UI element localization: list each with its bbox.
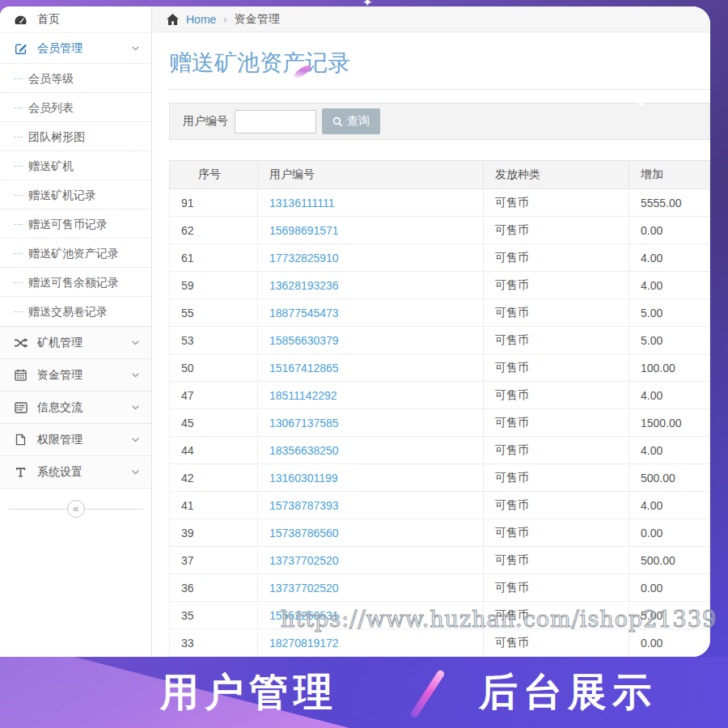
user-id-link[interactable]: 13737702520 (269, 582, 339, 595)
user-id-link[interactable]: 13737702520 (269, 554, 339, 567)
sidebar-collapse-toggle[interactable]: « (0, 499, 151, 518)
search-label: 用户编号 (183, 114, 228, 129)
sidebar-item-member-mgmt[interactable]: 会员管理 (0, 33, 151, 64)
user-id-input[interactable] (235, 110, 316, 133)
records-table-wrap: 序号 用户编号 发放种类 增加 9113136111111可售币5555.006… (169, 160, 710, 657)
column-header-type: 发放种类 (484, 161, 629, 189)
user-id-link[interactable]: 18270819172 (269, 637, 339, 650)
cell-type: 可售币 (484, 629, 629, 657)
main-area: Home › 资金管理 赠送矿池资产记录 用户编号 查询 (152, 6, 710, 657)
user-id-link[interactable]: 15738786560 (269, 527, 339, 540)
search-button[interactable]: 查询 (322, 108, 380, 134)
user-id-link[interactable]: 17732825910 (269, 252, 339, 265)
user-id-link[interactable]: 15698691571 (269, 224, 339, 237)
sidebar-subitem[interactable]: 赠送矿机记录 (0, 180, 151, 210)
banner-slash-decoration (409, 669, 446, 719)
table-row: 5518877545473可售币5.00 (170, 299, 710, 327)
dashboard-icon (13, 14, 28, 26)
table-row: 9113136111111可售币5555.00 (170, 189, 710, 217)
cell-type: 可售币 (484, 244, 629, 272)
cell-amount: 1500.00 (629, 409, 710, 437)
sidebar-subitem[interactable]: 赠送交易卷记录 (0, 297, 151, 326)
sidebar-groups: 矿机管理资金管理信息交流权限管理系统设置 (0, 327, 151, 489)
user-id-link[interactable]: 18877545473 (269, 307, 339, 320)
cell-user: 15167412865 (258, 354, 484, 382)
cell-amount: 0.00 (629, 629, 710, 657)
table-body: 9113136111111可售币5555.006215698691571可售币0… (170, 189, 710, 657)
table-row: 3915738786560可售币0.00 (170, 519, 710, 547)
cell-amount: 5555.00 (629, 189, 710, 217)
table-header-row: 序号 用户编号 发放种类 增加 (170, 161, 710, 189)
title-divider (169, 89, 710, 90)
cell-id: 36 (170, 574, 258, 602)
user-id-link[interactable]: 13628193236 (269, 279, 339, 292)
search-panel: 用户编号 查询 (169, 103, 710, 140)
cell-type: 可售币 (484, 189, 629, 217)
cell-type: 可售币 (484, 547, 629, 574)
user-id-link[interactable]: 13067137585 (269, 417, 339, 430)
user-id-link[interactable]: 18511142292 (269, 389, 337, 402)
cell-user: 18270819172 (258, 629, 484, 657)
sidebar-item-label: 会员管理 (37, 41, 83, 56)
cell-type: 可售币 (484, 437, 629, 464)
cell-id: 41 (170, 492, 258, 519)
page-content: 赠送矿池资产记录 用户编号 查询 序号 (152, 32, 710, 657)
cell-id: 45 (170, 409, 258, 437)
admin-panel-card: 首页 会员管理 会员等级会员列表团队树形图赠送矿机赠送矿机记录赠送可售币记录赠送… (0, 6, 710, 657)
user-id-link[interactable]: 15738787393 (269, 499, 339, 512)
cell-amount: 0.00 (629, 574, 710, 602)
collapse-icon: « (67, 500, 85, 518)
sparkle-icon: ✦ (362, 0, 373, 10)
cell-user: 15698691571 (258, 217, 484, 244)
user-id-link[interactable]: 15167412865 (269, 362, 339, 375)
page-title: 赠送矿池资产记录 (169, 48, 710, 78)
sidebar-subitem[interactable]: 赠送可售余额记录 (0, 268, 151, 297)
table-row: 6215698691571可售币0.00 (170, 217, 710, 244)
cell-user: 13737702520 (258, 574, 484, 602)
cell-amount: 4.00 (629, 272, 710, 299)
column-header-id: 序号 (170, 161, 258, 189)
search-icon (332, 116, 343, 127)
sidebar-subitem[interactable]: 会员等级 (0, 64, 151, 93)
breadcrumb-current: 资金管理 (235, 12, 280, 27)
calendar-icon (13, 369, 28, 381)
cell-user: 13628193236 (258, 272, 484, 299)
cell-amount: 4.00 (629, 382, 710, 409)
cell-amount: 4.00 (629, 492, 710, 519)
cell-user: 15738786560 (258, 519, 484, 547)
sidebar-subitem[interactable]: 赠送矿池资产记录 (0, 239, 151, 268)
user-id-link[interactable]: 13160301199 (269, 472, 338, 485)
cell-type: 可售币 (484, 574, 629, 602)
cell-amount: 0.00 (629, 217, 710, 244)
breadcrumb-home-link[interactable]: Home (186, 13, 216, 26)
chevron-down-icon (131, 44, 140, 53)
sidebar-subitem[interactable]: 团队树形图 (0, 122, 151, 151)
home-icon[interactable] (167, 14, 179, 25)
sidebar-group-item[interactable]: 权限管理 (0, 424, 151, 456)
sidebar-subitem[interactable]: 赠送可售币记录 (0, 210, 151, 239)
cell-type: 可售币 (484, 327, 629, 354)
sidebar-subitem[interactable]: 赠送矿机 (0, 151, 151, 180)
cell-id: 91 (170, 189, 258, 217)
table-row: 4418356638250可售币4.00 (170, 437, 710, 464)
cell-user: 13136111111 (258, 189, 484, 217)
user-id-link[interactable]: 15856630379 (269, 334, 339, 347)
cell-user: 18356638250 (258, 437, 484, 464)
user-id-link[interactable]: 13136111111 (269, 197, 334, 210)
cell-amount: 5.00 (629, 327, 710, 354)
cell-id: 61 (170, 244, 258, 272)
sidebar-item-home[interactable]: 首页 (0, 6, 151, 33)
sidebar-subitem[interactable]: 会员列表 (0, 93, 151, 122)
sidebar-group-label: 资金管理 (37, 368, 83, 383)
sidebar-group-item[interactable]: 系统设置 (0, 456, 151, 489)
cell-id: 44 (170, 437, 258, 464)
user-id-link[interactable]: 18356638250 (269, 444, 339, 457)
cell-id: 50 (170, 354, 258, 382)
cell-user: 18877545473 (258, 299, 484, 327)
sidebar-group-label: 信息交流 (37, 400, 83, 415)
sidebar-group-item[interactable]: 信息交流 (0, 392, 151, 424)
sidebar-group-item[interactable]: 资金管理 (0, 359, 151, 392)
table-row: 3713737702520可售币500.00 (170, 547, 710, 574)
shuffle-icon (13, 337, 28, 349)
sidebar-group-item[interactable]: 矿机管理 (0, 327, 151, 359)
